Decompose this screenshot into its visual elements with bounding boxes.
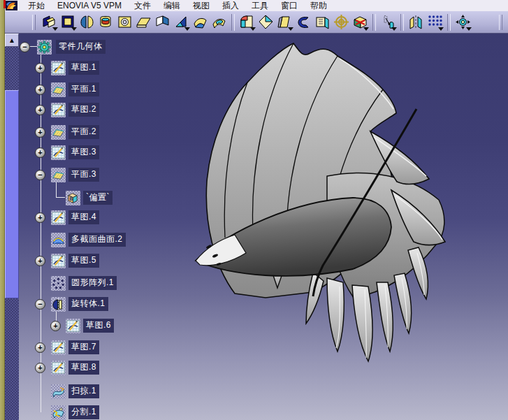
plane-icon[interactable] — [51, 125, 66, 140]
tree-vertical-scrollbar[interactable]: ▲ — [5, 34, 19, 420]
expand-icon[interactable]: + — [35, 212, 45, 223]
multi-section-surface-icon[interactable] — [51, 233, 66, 247]
tree-item-label[interactable]: 旋转体.1 — [68, 297, 108, 311]
expand-icon[interactable]: + — [35, 127, 45, 138]
window-border-left — [0, 0, 5, 420]
pocket-icon[interactable] — [59, 13, 78, 31]
expand-icon[interactable]: + — [35, 363, 45, 373]
expand-icon[interactable]: + — [35, 147, 45, 158]
menu-window[interactable]: 窗口 — [275, 1, 304, 11]
specification-tree: B — [20, 33, 180, 420]
tree-item-label[interactable]: 草图.2 — [68, 103, 99, 117]
tree-item-label[interactable]: 草图.7 — [68, 340, 99, 354]
collapse-icon[interactable]: − — [20, 42, 30, 52]
tree-branch-line — [56, 197, 65, 198]
sketch-icon[interactable] — [51, 361, 66, 375]
expand-icon[interactable]: + — [35, 342, 45, 353]
menu-tools[interactable]: 工具 — [245, 1, 275, 11]
collapse-icon[interactable]: − — [35, 170, 45, 180]
menu-enovia[interactable]: ENOVIA V5 VPM — [51, 1, 128, 11]
circular-pattern-icon[interactable] — [51, 276, 66, 291]
draft-icon[interactable] — [275, 13, 294, 31]
shaft-icon[interactable] — [96, 13, 115, 31]
toolbar-separator — [400, 14, 404, 31]
expand-icon[interactable]: + — [35, 85, 45, 95]
split-icon[interactable] — [51, 405, 66, 420]
sketch-icon[interactable] — [51, 340, 66, 355]
sketch-icon[interactable] — [51, 254, 66, 268]
toolbar-separator — [231, 14, 235, 31]
tree-item-label[interactable]: 平面.3 — [68, 168, 99, 182]
sketch-icon[interactable] — [51, 61, 66, 75]
menu-help[interactable]: 帮助 — [304, 1, 333, 11]
tree-branch-line — [56, 181, 57, 198]
split-body-icon[interactable] — [78, 13, 96, 31]
plane-icon[interactable] — [51, 168, 66, 182]
toolbar-drag-handle[interactable] — [499, 15, 502, 30]
tree-item-label[interactable]: 多截面曲面.2 — [68, 233, 126, 247]
sweep-icon[interactable] — [51, 384, 66, 399]
scrollbar-thumb[interactable] — [5, 90, 19, 298]
tree-item-label[interactable]: 扫掠.1 — [68, 384, 99, 398]
collapse-icon[interactable]: − — [35, 299, 45, 310]
expand-icon[interactable]: + — [35, 256, 45, 266]
sketch-icon[interactable] — [66, 319, 80, 333]
catia-logo-icon — [6, 1, 17, 10]
rib-icon[interactable] — [134, 13, 153, 31]
tree-item-label[interactable]: 草图.6 — [83, 319, 114, 333]
tree-item-label[interactable]: 草图.4 — [68, 210, 99, 224]
symmetry-icon[interactable] — [407, 13, 426, 31]
sketch-icon[interactable] — [51, 210, 66, 225]
offset-parameter-icon[interactable] — [66, 191, 80, 205]
sketch-icon[interactable] — [51, 103, 66, 117]
scale-icon[interactable] — [351, 13, 370, 31]
tree-item-label[interactable]: 零件几何体 — [56, 40, 106, 54]
tree-item-label[interactable]: 草图.8 — [68, 361, 99, 375]
menu-view[interactable]: 视图 — [187, 1, 216, 11]
menu-bar: 开始 ENOVIA V5 VPM 文件 编辑 视图 插入 工具 窗口 帮助 — [4, 0, 508, 12]
scroll-up-arrow-icon: ▲ — [8, 36, 15, 44]
plane-icon[interactable] — [51, 82, 66, 97]
toolbar-drag-handle[interactable] — [32, 15, 36, 30]
thickness-icon[interactable] — [313, 13, 332, 31]
chamfer-icon[interactable] — [256, 13, 275, 31]
part-body-icon[interactable] — [37, 40, 52, 55]
menu-edit[interactable]: 编辑 — [157, 1, 187, 11]
toolbar — [4, 11, 508, 34]
tree-item-label[interactable]: 草图.1 — [68, 61, 99, 75]
menu-insert[interactable]: 插入 — [216, 1, 245, 11]
multi-section-solid-icon[interactable] — [191, 13, 210, 31]
shell-icon[interactable] — [294, 13, 313, 31]
expand-icon[interactable]: + — [50, 321, 61, 331]
pad-icon[interactable] — [40, 13, 59, 31]
translate-icon[interactable] — [379, 13, 398, 31]
expand-icon[interactable]: + — [35, 105, 45, 115]
shaft-icon[interactable] — [51, 297, 66, 312]
stiffener-icon[interactable] — [172, 13, 191, 31]
fit-all-icon[interactable] — [453, 13, 472, 31]
tree-item-label[interactable]: 草图.3 — [68, 145, 99, 159]
window-border-accent — [3, 0, 6, 8]
rectangular-pattern-icon[interactable] — [426, 13, 444, 31]
slot-icon[interactable] — [153, 13, 172, 31]
tree-item-label[interactable]: 平面.1 — [68, 82, 99, 96]
tree-item-label[interactable]: 圆形阵列.1 — [68, 276, 117, 290]
tree-item-label[interactable]: 分割.1 — [68, 405, 99, 419]
sketch-icon[interactable] — [51, 145, 66, 160]
circular-reference-icon[interactable] — [332, 13, 351, 31]
tree-item-label[interactable]: `偏置` — [83, 191, 113, 205]
expand-icon[interactable]: + — [35, 63, 45, 73]
fillet-icon[interactable] — [238, 13, 256, 31]
toolbar-separator — [447, 14, 451, 31]
menu-file[interactable]: 文件 — [128, 1, 157, 11]
hole-icon[interactable] — [115, 13, 134, 31]
toolbar-separator — [372, 14, 376, 31]
scroll-up-button[interactable]: ▲ — [5, 34, 19, 47]
tree-item-label[interactable]: 草图.5 — [68, 254, 99, 268]
menu-start[interactable]: 开始 — [22, 1, 51, 11]
tree-item-label[interactable]: 平面.2 — [68, 125, 99, 139]
removed-multi-section-icon[interactable] — [210, 13, 228, 31]
